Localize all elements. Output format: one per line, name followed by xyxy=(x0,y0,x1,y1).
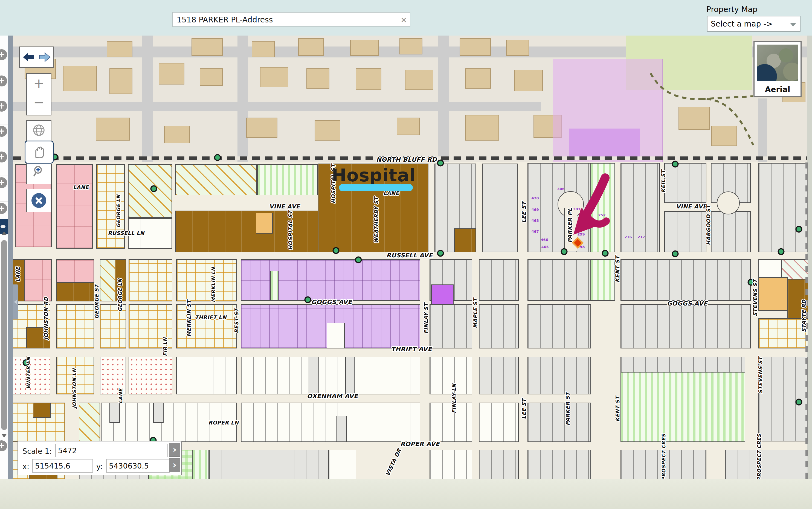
survey-monument-dot xyxy=(602,250,609,257)
survey-monument-dot xyxy=(672,250,679,258)
parcel-number: 299 xyxy=(577,232,585,236)
street-label-vine-ave: VINE AVE xyxy=(269,203,300,210)
survey-monument-dot xyxy=(796,399,803,406)
expand-plus-button[interactable]: + xyxy=(0,177,7,188)
scale-input[interactable] xyxy=(55,444,168,457)
street-label-lane: LANE xyxy=(15,267,21,282)
street-label-goggs-ave: GOGGS AVE xyxy=(311,299,352,306)
left-expander-column: + + + + + + + + xyxy=(0,36,8,479)
pan-tool-selected[interactable] xyxy=(25,141,54,164)
expand-plus-button[interactable]: + xyxy=(0,151,7,163)
chevron-down-icon xyxy=(790,23,796,27)
street-label-parker-st: PARKER ST xyxy=(565,392,571,426)
parcel-number: 470 xyxy=(531,196,539,200)
zoom-control-box: + − xyxy=(26,73,52,115)
parcel-number: 306 xyxy=(557,187,565,191)
panel-divider-bar xyxy=(8,36,13,479)
expand-plus-button[interactable]: + xyxy=(0,126,7,137)
panel-collapse-tab[interactable] xyxy=(13,284,18,319)
aerial-basemap-card[interactable]: Aerial xyxy=(753,41,802,97)
map-select-dropdown[interactable]: Select a map -> xyxy=(707,16,801,32)
street-label-george-ln: GEORGE LN xyxy=(115,195,121,228)
parcel-number: 252 xyxy=(598,213,605,217)
panel-scrollbar[interactable] xyxy=(1,240,7,430)
zoom-in-button[interactable]: + xyxy=(27,75,51,91)
survey-monument-dot xyxy=(304,297,311,303)
street-label-lee-st: LEE ST xyxy=(521,399,527,419)
parcel-number: 469 xyxy=(531,208,539,212)
street-label-vine-ave: VINE AVE xyxy=(676,203,707,210)
forward-arrow-button[interactable] xyxy=(39,52,51,62)
survey-monument-dot xyxy=(561,248,568,255)
street-label-best-st: BEST ST xyxy=(233,308,239,333)
survey-monument-dot xyxy=(437,160,444,167)
street-label-stevens-st: STEVENS ST xyxy=(752,279,758,316)
y-coordinate-input[interactable] xyxy=(106,459,170,473)
top-bar: × Property Map Select a map -> xyxy=(0,0,812,36)
street-label-roper-ln: ROPER LN xyxy=(208,419,239,426)
search-clear-icon[interactable]: × xyxy=(398,15,410,24)
parcel-number: 468 xyxy=(531,218,539,223)
map-tools-box xyxy=(26,120,52,184)
street-label-lane: LANE xyxy=(383,190,399,196)
zoom-out-button[interactable]: − xyxy=(27,95,51,110)
street-label-habgood-st: HABGOOD ST xyxy=(705,205,711,245)
street-label-weatherby-st: WEATHERBY ST xyxy=(373,197,379,243)
address-search-input[interactable] xyxy=(173,15,398,25)
parcel-number: 217 xyxy=(638,235,645,239)
basemap-area xyxy=(13,36,807,162)
street-label-thrift-ln: THRIFT LN xyxy=(195,314,227,320)
x-coordinate-input[interactable] xyxy=(32,459,93,473)
street-label-parker-pl: PARKER PL xyxy=(567,208,573,243)
expand-plus-button[interactable]: + xyxy=(0,440,7,451)
survey-monument-dot xyxy=(333,247,340,254)
hospital-label: Hospital xyxy=(332,165,415,185)
scroll-down-icon[interactable] xyxy=(1,434,7,438)
scroll-up-icon[interactable] xyxy=(1,231,7,235)
zoom-magnifier-icon[interactable] xyxy=(33,166,45,178)
street-label-finlay-st: FINLAY ST xyxy=(423,303,429,334)
expand-plus-button[interactable]: + xyxy=(0,49,7,60)
survey-monument-dot xyxy=(437,250,444,257)
expand-plus-button[interactable]: + xyxy=(0,101,7,111)
street-label-goggs-ave: GOGGS AVE xyxy=(667,300,708,307)
street-label-johnston-rd: JOHNSTON RD xyxy=(43,297,49,340)
scale-apply-button[interactable]: › xyxy=(169,443,180,457)
aerial-label: Aerial xyxy=(754,85,801,94)
street-label-lane: LANE xyxy=(73,184,89,190)
survey-monument-dot xyxy=(150,185,157,192)
street-label-thrift-ave: THRIFT AVE xyxy=(391,346,432,352)
street-label-kent-st: KENT ST xyxy=(614,256,621,282)
expand-plus-button[interactable]: + xyxy=(0,75,7,87)
street-label-lane: LANE xyxy=(117,389,124,404)
parcel-number: 465 xyxy=(541,245,548,249)
cancel-button[interactable] xyxy=(31,193,46,208)
parcel-number: 216 xyxy=(624,235,632,239)
address-search-box[interactable]: × xyxy=(172,12,410,27)
survey-monument-dot xyxy=(214,154,221,161)
y-label: y: xyxy=(96,462,103,471)
back-arrow-button[interactable] xyxy=(22,52,34,62)
street-label-north-bluff-rd: NORTH BLUFF RD xyxy=(376,156,437,163)
map-select-value: Select a map -> xyxy=(711,20,773,28)
street-label-prospect-cres: PROSPECT CRES xyxy=(661,434,667,481)
street-label-stayte-rd: STAYTE RD xyxy=(801,300,807,332)
x-label: x: xyxy=(23,462,29,471)
hand-pan-icon xyxy=(33,145,45,158)
survey-monument-dot xyxy=(778,248,785,255)
park-parcel xyxy=(620,372,745,442)
street-label-russell-ave: RUSSELL AVE xyxy=(386,252,433,259)
street-label-keil-st: KEIL ST xyxy=(660,170,666,193)
street-label-lee-st: LEE ST xyxy=(521,202,527,223)
street-label-kent-st: KENT ST xyxy=(614,396,620,421)
history-navigation-box xyxy=(19,46,54,68)
street-label-oxenham-ave: OXENHAM AVE xyxy=(307,393,358,400)
expand-plus-button[interactable]: + xyxy=(0,203,7,214)
survey-monument-dot xyxy=(672,161,679,168)
street-label-george-ln: GEORGE LN xyxy=(117,279,123,312)
coordinates-apply-button[interactable]: › xyxy=(169,459,180,472)
globe-icon[interactable] xyxy=(33,124,45,136)
street-label-finlay-ln: FINLAY LN xyxy=(451,384,457,413)
parcel-number: 303 xyxy=(573,207,580,211)
close-tool-box xyxy=(26,189,52,212)
